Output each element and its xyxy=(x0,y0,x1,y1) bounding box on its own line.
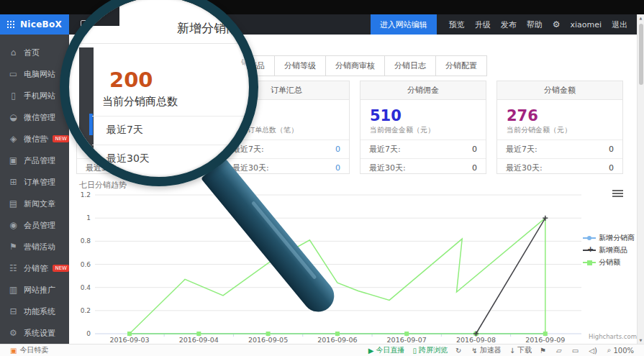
trend-line-chart: 00.20.40.60.811.22016-09-032016-09-04201… xyxy=(69,187,637,344)
sidebar-item-icon: ◒ xyxy=(9,112,18,122)
distribution-tab[interactable]: 分销日志 xyxy=(384,55,436,76)
status-bar-item[interactable]: ↓ 下载 xyxy=(509,345,532,355)
status-bar-item[interactable]: ⌕ 100% xyxy=(607,346,634,355)
svg-text:1.2: 1.2 xyxy=(81,191,91,198)
username-menu[interactable]: xiaomei xyxy=(570,20,602,29)
vertical-scrollbar[interactable]: ▲ ▼ xyxy=(637,14,644,344)
sidebar-item[interactable]: ▣ 产品管理 xyxy=(0,150,69,171)
status-bar-item[interactable]: ↻ xyxy=(455,347,463,355)
status-bar-item-icon: ▭ xyxy=(572,347,579,355)
legend-label: 新增分销商 xyxy=(599,233,635,243)
sidebar-item-label: 新闻文章 xyxy=(24,198,55,209)
status-bar-item[interactable]: ⚑ xyxy=(540,347,548,355)
card-value: 276 xyxy=(507,106,622,125)
header-link[interactable]: 预览 xyxy=(449,19,465,30)
sidebar-item-label: 首页 xyxy=(24,47,40,58)
status-bar-item-icon: ▶ xyxy=(368,347,374,355)
sidebar-item[interactable]: ⌂ 首页 xyxy=(0,42,69,63)
gear-icon[interactable]: ⚙ xyxy=(553,19,561,29)
legend-item[interactable]: +新增商品 xyxy=(583,245,635,255)
status-bar-item-label: 跨屏浏览 xyxy=(419,345,448,355)
card-title: 分销佣金 xyxy=(360,81,486,100)
enter-site-editor-button[interactable]: 进入网站编辑 xyxy=(371,14,437,35)
sidebar-item[interactable]: ▭ 电脑网站 xyxy=(0,63,69,85)
sidebar-item-label: 会员管理 xyxy=(24,220,55,231)
card-label: 当前分销金额（元） xyxy=(507,125,622,135)
status-bar-item[interactable]: ↯ 加速器 xyxy=(471,345,501,355)
sidebar-item-label: 系统设置 xyxy=(24,328,55,339)
sidebar-item-icon: ▤ xyxy=(9,198,18,209)
row-label: 最近7天: xyxy=(369,144,401,155)
chart-legend: 新增分销商+新增商品分销额 xyxy=(583,233,635,268)
row-value: 0 xyxy=(472,163,477,173)
sidebar-item[interactable]: ◉ 会员管理 xyxy=(0,214,69,236)
nicebox-logo[interactable]: NiceBoX xyxy=(0,14,69,35)
browser-status-bar: ▣ 今日特卖 ▶ 今日直播 ▯ 跨屏浏览 ↻ ↯ 加速器 ↓ 下载 ⚑ ▱ ▭ … xyxy=(0,344,644,356)
svg-text:1: 1 xyxy=(86,214,91,222)
sidebar-item[interactable]: ⊞ 订单管理 xyxy=(0,171,69,193)
sidebar-item-icon: ▭ xyxy=(9,69,18,79)
status-bar-tools: ▶ 今日直播 ▯ 跨屏浏览 ↻ ↯ 加速器 ↓ 下载 ⚑ ▱ ▭ ◁) ⌕ 10… xyxy=(368,345,644,355)
svg-text:2016-09-08: 2016-09-08 xyxy=(456,336,496,344)
scroll-up-icon[interactable]: ▲ xyxy=(638,16,644,20)
status-bar-item[interactable]: ▱ xyxy=(556,347,564,355)
sidebar-item-label: 订单管理 xyxy=(24,177,55,188)
card-label: 当前订单总数（笔） xyxy=(233,125,349,135)
sidebar-item[interactable]: ▤ 新闻文章 xyxy=(0,193,69,214)
chart-panel: 七日分销趋势 00.20.40.60.811.22016-09-032016-0… xyxy=(69,178,637,344)
sidebar-item[interactable]: ☷ 分销管理 NEW xyxy=(0,257,69,279)
scroll-down-icon[interactable]: ▼ xyxy=(638,338,644,342)
logo-text: NiceBoX xyxy=(20,19,62,29)
legend-item[interactable]: 新增分销商 xyxy=(583,233,635,243)
sidebar-item-icon: ⊞ xyxy=(9,177,18,187)
sidebar-item[interactable]: ⚙ 系统设置 xyxy=(0,322,69,344)
svg-text:2016-09-04: 2016-09-04 xyxy=(179,336,219,344)
card-label: 当前佣金金额（元） xyxy=(370,125,486,135)
sidebar-item-icon: ◈ xyxy=(9,134,18,144)
sidebar-item[interactable]: ◒ 微信管理 xyxy=(0,106,69,128)
sidebar-item-label: 产品管理 xyxy=(24,155,55,166)
sidebar-item[interactable]: ⊟ 功能系统 xyxy=(0,301,69,322)
svg-text:0: 0 xyxy=(86,330,91,337)
sidebar-item-label: 微信营销 xyxy=(24,134,48,145)
distribution-tab[interactable]: 分销商审核 xyxy=(325,55,385,76)
row-value: 0 xyxy=(609,145,614,154)
sidebar-item-label: 分销管理 xyxy=(24,263,48,274)
sidebar-item-icon: ⚙ xyxy=(9,328,18,338)
status-bar-item-label: 下载 xyxy=(517,345,532,355)
status-bar-item-icon: ▯ xyxy=(412,347,417,355)
card-commission: 分销佣金 510 当前佣金金额（元） 最近7天:0 最近30天:0 xyxy=(360,81,486,174)
sidebar-item[interactable]: ◈ 微信营销 NEW xyxy=(0,128,69,150)
status-bar-item-label: 100% xyxy=(613,347,634,355)
status-bar-item[interactable]: ▯ 跨屏浏览 xyxy=(412,345,448,355)
sidebar-item-label: 营销活动 xyxy=(24,242,55,252)
highcharts-credit: Highcharts.com xyxy=(589,333,637,340)
status-bar-item[interactable]: ▭ xyxy=(572,347,581,355)
status-bar-item-icon: ⚑ xyxy=(540,347,546,355)
sidebar-item[interactable]: ⚑ 营销活动 xyxy=(0,236,69,257)
logout-link[interactable]: 退出 xyxy=(612,19,627,30)
status-bar-item[interactable]: ▶ 今日直播 xyxy=(368,345,405,355)
status-bar-item[interactable]: ◁) xyxy=(589,347,599,355)
sidebar-item[interactable]: ▥ 网站推广 xyxy=(0,279,69,301)
status-bar-item-icon: ↓ xyxy=(509,347,515,355)
header-link[interactable]: 升级 xyxy=(475,19,491,30)
status-bar-item-icon: ↻ xyxy=(455,347,461,355)
today-sale-item[interactable]: ▣ 今日特卖 xyxy=(10,345,48,355)
sidebar-item-icon: ◉ xyxy=(9,220,18,230)
status-bar-item-icon: ↯ xyxy=(471,347,477,355)
distribution-tab[interactable]: 分销配置 xyxy=(435,55,487,76)
legend-item[interactable]: 分销额 xyxy=(583,257,635,268)
svg-text:2016-09-05: 2016-09-05 xyxy=(248,336,288,344)
sidebar-item[interactable]: ▯ 手机网站 xyxy=(0,85,69,106)
scrollbar-thumb[interactable] xyxy=(639,24,643,85)
row-value: 0 xyxy=(609,163,614,173)
row-value: 0 xyxy=(335,145,340,154)
svg-text:0.6: 0.6 xyxy=(81,261,91,268)
sidebar-item-icon: ▯ xyxy=(9,91,18,101)
today-sale-label: 今日特卖 xyxy=(19,345,48,355)
header-link[interactable]: 发布 xyxy=(501,19,517,30)
header-link[interactable]: 帮助 xyxy=(527,19,543,30)
distribution-tab[interactable]: 分销等级 xyxy=(274,55,326,76)
status-bar-item-icon: ⌕ xyxy=(607,346,612,355)
